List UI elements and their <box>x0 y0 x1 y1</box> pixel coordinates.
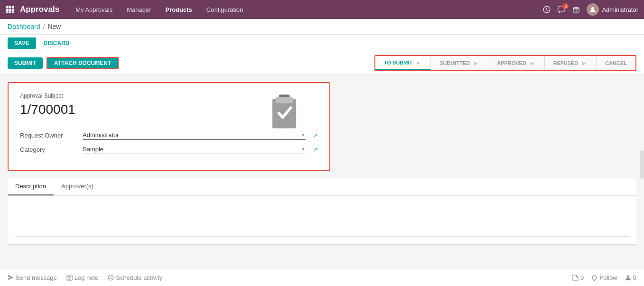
status-step-submitted[interactable]: SUBMITTED ► <box>431 56 488 70</box>
tab-approvers[interactable]: Approver(s) <box>54 178 101 195</box>
svg-rect-8 <box>12 11 14 13</box>
avatar <box>587 3 599 16</box>
arrow-icon: ► <box>473 59 479 67</box>
arrow-icon: ► <box>581 59 588 67</box>
breadcrumb-separator: / <box>43 23 45 30</box>
navbar-menu: My Approvals Manager Products Configurat… <box>74 5 543 14</box>
breadcrumb: Dashboard / New <box>0 19 644 35</box>
main-content: Approval Subject 1/700001 Request Owner … <box>0 74 644 255</box>
category-row: Category Sample ▼ ↗ <box>20 145 318 154</box>
status-step-refused[interactable]: REFUSED ► <box>545 56 597 70</box>
clock-icon-btn[interactable] <box>543 6 551 13</box>
grid-icon[interactable] <box>6 5 14 14</box>
breadcrumb-current: New <box>47 23 61 30</box>
arrow-icon: ► <box>415 59 422 66</box>
status-pipeline: TO SUBMIT ► SUBMITTED ► APPROVED ► REFUS… <box>374 55 636 71</box>
navbar-actions: 3 Administrator <box>543 3 638 16</box>
navbar-item-my-approvals[interactable]: My Approvals <box>74 5 114 14</box>
svg-rect-5 <box>12 9 14 11</box>
tab-description[interactable]: Description <box>8 178 54 195</box>
admin-username: Administrator <box>602 6 638 13</box>
svg-rect-3 <box>6 9 9 11</box>
chat-badge: 3 <box>562 3 569 9</box>
category-select[interactable]: Sample <box>83 145 298 154</box>
clipboard-icon <box>268 92 301 132</box>
status-step-approved[interactable]: APPROVED ► <box>488 56 545 70</box>
request-owner-select[interactable]: Administrator <box>83 130 298 139</box>
svg-line-11 <box>547 10 548 11</box>
gift-icon-btn[interactable] <box>572 6 580 13</box>
tabs-bar: Description Approver(s) <box>8 178 636 196</box>
form-card: Approval Subject 1/700001 Request Owner … <box>8 82 330 171</box>
svg-rect-4 <box>9 9 11 11</box>
svg-rect-2 <box>12 6 14 8</box>
navbar-item-configuration[interactable]: Configuration <box>205 5 245 14</box>
save-button[interactable]: SAVE <box>8 37 36 49</box>
description-content[interactable] <box>15 203 629 237</box>
request-owner-select-wrapper: Administrator ▼ <box>83 130 306 140</box>
discard-button[interactable]: DISCARD <box>39 37 75 49</box>
request-owner-row: Request Owner Administrator ▼ ↗ <box>20 130 318 140</box>
scroll-indicator[interactable] <box>640 150 644 179</box>
request-owner-external-link-icon[interactable]: ↗ <box>313 132 318 138</box>
admin-user-menu[interactable]: Administrator <box>587 3 638 16</box>
category-select-wrapper: Sample ▼ <box>83 145 306 154</box>
request-owner-label: Request Owner <box>20 132 77 139</box>
svg-rect-18 <box>276 97 293 103</box>
category-external-link-icon[interactable]: ↗ <box>313 146 318 153</box>
status-step-cancel[interactable]: CANCEL <box>597 56 635 70</box>
app-title: Approvals <box>20 5 59 14</box>
chat-icon-btn[interactable]: 3 <box>557 6 566 13</box>
svg-rect-1 <box>9 6 11 8</box>
category-label: Category <box>20 146 77 153</box>
svg-rect-7 <box>9 11 11 13</box>
select-down-icon: ▼ <box>301 147 306 152</box>
svg-rect-6 <box>6 11 9 13</box>
toolbar: SAVE DISCARD <box>0 35 644 52</box>
select-down-icon: ▼ <box>301 132 306 138</box>
tab-content-description <box>8 196 636 245</box>
status-step-to-submit[interactable]: TO SUBMIT ► <box>375 56 431 70</box>
svg-rect-0 <box>6 6 9 8</box>
navbar-item-manager[interactable]: Manager <box>125 5 153 14</box>
action-bar: SUBMIT ATTACH DOCUMENT TO SUBMIT ► SUBMI… <box>0 52 644 74</box>
navbar: Approvals My Approvals Manager Products … <box>0 0 644 19</box>
submit-button[interactable]: SUBMIT <box>8 57 43 69</box>
breadcrumb-parent[interactable]: Dashboard <box>8 23 40 30</box>
arrow-icon: ► <box>529 59 536 67</box>
navbar-item-products[interactable]: Products <box>164 5 194 14</box>
attach-document-button[interactable]: ATTACH DOCUMENT <box>47 57 119 69</box>
